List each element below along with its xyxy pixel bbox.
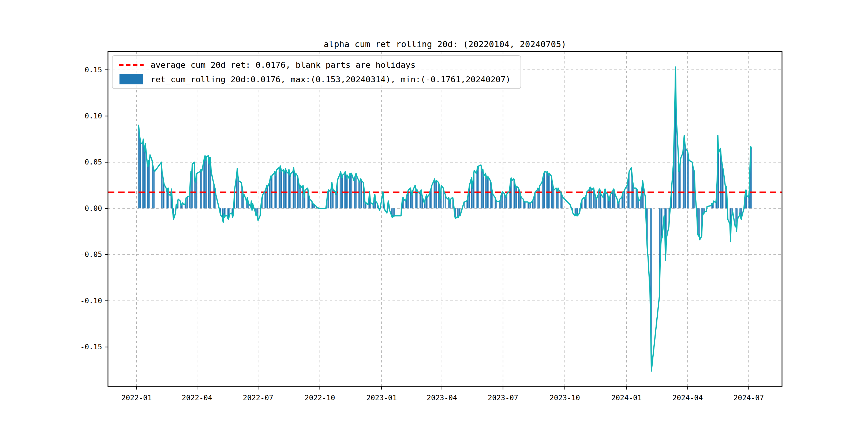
legend-row-average: average cum 20d ret: 0.0176, blank parts… [119, 58, 518, 72]
svg-text:0.05: 0.05 [85, 158, 102, 166]
legend-series-label: ret_cum_rolling_20d:0.0176, max:(0.153,2… [151, 74, 510, 84]
average-line-swatch-icon [119, 64, 144, 66]
svg-text:2022-07: 2022-07 [243, 394, 273, 402]
legend-box: average cum 20d ret: 0.0176, blank parts… [112, 55, 521, 89]
chart-title: alpha cum ret rolling 20d: (20220104, 20… [108, 39, 782, 49]
figure-canvas: 0.150.100.050.00-0.05-0.10-0.152022-0120… [0, 0, 868, 434]
svg-text:2022-01: 2022-01 [121, 394, 152, 402]
svg-text:2023-07: 2023-07 [488, 394, 518, 402]
legend-average-label: average cum 20d ret: 0.0176, blank parts… [151, 60, 415, 70]
svg-text:2022-04: 2022-04 [182, 394, 212, 402]
svg-text:2022-10: 2022-10 [305, 394, 335, 402]
svg-text:-0.10: -0.10 [81, 297, 102, 305]
axes-border [108, 52, 782, 386]
svg-text:0.00: 0.00 [85, 204, 102, 212]
legend-row-series: ret_cum_rolling_20d:0.0176, max:(0.153,2… [119, 72, 518, 86]
svg-text:2024-01: 2024-01 [611, 394, 642, 402]
svg-text:-0.05: -0.05 [81, 250, 102, 258]
svg-text:0.15: 0.15 [85, 66, 102, 74]
svg-text:-0.15: -0.15 [81, 343, 102, 351]
grid-lines [108, 52, 782, 386]
svg-text:2023-10: 2023-10 [550, 394, 580, 402]
return-bars [138, 67, 751, 371]
svg-text:2023-04: 2023-04 [427, 394, 457, 402]
bar-swatch [120, 74, 143, 84]
svg-text:2024-07: 2024-07 [734, 394, 764, 402]
series-bar-swatch-icon [119, 74, 144, 84]
svg-text:2023-01: 2023-01 [366, 394, 397, 402]
svg-text:2024-04: 2024-04 [673, 394, 703, 402]
svg-text:0.10: 0.10 [85, 112, 102, 120]
